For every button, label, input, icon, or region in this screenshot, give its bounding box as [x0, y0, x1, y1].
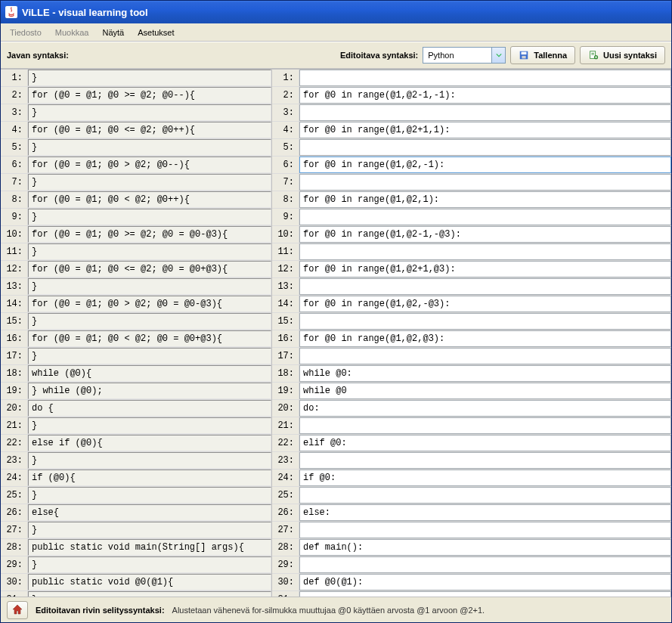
menu-muokkaa[interactable]: Muokkaa — [49, 26, 95, 39]
editable-syntax-input[interactable] — [299, 278, 671, 295]
editable-syntax-input[interactable] — [299, 139, 671, 156]
editable-syntax-input[interactable] — [299, 87, 671, 104]
editable-syntax-row: 3: — [272, 104, 671, 122]
editable-syntax-input[interactable] — [299, 191, 671, 208]
editable-syntax-input[interactable] — [299, 435, 671, 451]
java-syntax-row: 3:} — [1, 104, 271, 122]
menu-nayta[interactable]: Näytä — [96, 26, 130, 39]
line-number: 30: — [1, 574, 28, 590]
java-syntax-row: 11:} — [1, 243, 271, 261]
toolbar-right-group: Editoitava syntaksi: Python Tallenna Uus… — [340, 46, 665, 64]
editable-syntax-row: 19: — [272, 383, 671, 400]
editable-syntax-input[interactable] — [299, 539, 671, 556]
java-syntax-cell: for (@0 = @1; @0 < @2; @0 = @0+@3){ — [28, 330, 271, 347]
java-syntax-row: 22:else if (@0){ — [1, 435, 271, 452]
java-syntax-pane: 1:}2:for (@0 = @1; @0 >= @2; @0--){3:}4:… — [1, 70, 272, 597]
editable-syntax-row: 13: — [272, 278, 671, 296]
save-icon — [519, 50, 529, 60]
editable-syntax-input[interactable] — [299, 209, 671, 225]
editable-syntax-row: 6: — [272, 157, 671, 174]
java-syntax-row: 26:else{ — [1, 504, 271, 522]
editable-syntax-row: 27: — [272, 522, 671, 539]
java-syntax-cell: } — [28, 174, 271, 191]
line-number: 13: — [1, 278, 28, 295]
line-number: 31: — [1, 591, 28, 597]
editable-syntax-row: 31: — [272, 591, 671, 597]
line-number: 14: — [272, 296, 299, 312]
line-number: 19: — [272, 383, 299, 399]
java-syntax-row: 1:} — [1, 70, 271, 87]
save-button[interactable]: Tallenna — [510, 46, 575, 64]
editable-syntax-row: 11: — [272, 243, 671, 261]
line-number: 24: — [272, 470, 299, 486]
editable-syntax-input[interactable] — [299, 261, 671, 277]
editable-syntax-input[interactable] — [299, 174, 671, 191]
line-number: 11: — [272, 243, 299, 260]
editable-syntax-input[interactable] — [299, 487, 671, 504]
editable-syntax-input[interactable] — [299, 574, 671, 590]
line-number: 26: — [1, 504, 28, 521]
syntax-select[interactable]: Python — [423, 47, 506, 64]
editable-syntax-input[interactable] — [299, 122, 671, 138]
editable-syntax-input[interactable] — [299, 313, 671, 330]
line-number: 27: — [1, 522, 28, 538]
editable-syntax-input[interactable] — [299, 452, 671, 469]
editable-syntax-input[interactable] — [299, 157, 671, 173]
line-number: 25: — [1, 487, 28, 504]
java-syntax-cell: } — [28, 591, 271, 597]
editable-syntax-input[interactable] — [299, 226, 671, 243]
line-number: 30: — [272, 574, 299, 590]
editable-syntax-input[interactable] — [299, 504, 671, 521]
editable-syntax-row: 1: — [272, 70, 671, 87]
editable-syntax-input[interactable] — [299, 556, 671, 573]
editable-syntax-input[interactable] — [299, 70, 671, 86]
editable-syntax-input[interactable] — [299, 296, 671, 312]
java-syntax-row: 4:for (@0 = @1; @0 <= @2; @0++){ — [1, 122, 271, 139]
editable-syntax-row: 24: — [272, 470, 671, 487]
line-number: 19: — [1, 383, 28, 399]
editable-syntax-row: 9: — [272, 209, 671, 226]
editable-syntax-input[interactable] — [299, 383, 671, 399]
editable-syntax-row: 21: — [272, 417, 671, 435]
line-number: 4: — [272, 122, 299, 138]
menu-tiedosto[interactable]: Tiedosto — [4, 26, 48, 39]
java-syntax-row: 10:for (@0 = @1; @0 >= @2; @0 = @0-@3){ — [1, 226, 271, 243]
editable-syntax-input[interactable] — [299, 591, 671, 597]
line-number: 16: — [1, 330, 28, 347]
editable-syntax-input[interactable] — [299, 330, 671, 347]
editable-syntax-row: 23: — [272, 452, 671, 470]
editable-syntax-row: 30: — [272, 574, 671, 591]
java-syntax-cell: for (@0 = @1; @0 > @2; @0 = @0-@3){ — [28, 296, 271, 312]
line-number: 28: — [1, 539, 28, 556]
editable-syntax-input[interactable] — [299, 400, 671, 417]
line-number: 7: — [1, 174, 28, 191]
line-number: 27: — [272, 522, 299, 538]
line-number: 20: — [1, 400, 28, 417]
java-syntax-cell: } — [28, 278, 271, 295]
line-number: 11: — [1, 243, 28, 260]
java-syntax-row: 18:while (@0){ — [1, 365, 271, 383]
editable-syntax-input[interactable] — [299, 417, 671, 434]
editable-syntax-input[interactable] — [299, 243, 671, 260]
java-syntax-cell: public static void @0(@1){ — [28, 574, 271, 590]
editable-syntax-input[interactable] — [299, 365, 671, 382]
syntax-select-value: Python — [423, 51, 491, 60]
menubar: Tiedosto Muokkaa Näytä Asetukset — [1, 23, 671, 42]
window-title: ViLLE - visual learning tool — [22, 7, 148, 18]
line-number: 31: — [272, 591, 299, 597]
java-syntax-row: 23:} — [1, 452, 271, 470]
line-number: 3: — [272, 104, 299, 121]
editable-syntax-input[interactable] — [299, 348, 671, 364]
new-syntax-button[interactable]: Uusi syntaksi — [580, 46, 665, 64]
editable-syntax-input[interactable] — [299, 104, 671, 121]
line-number: 21: — [272, 417, 299, 434]
java-icon — [5, 6, 17, 18]
home-button[interactable] — [7, 601, 28, 619]
java-syntax-row: 21:} — [1, 417, 271, 435]
editable-syntax-input[interactable] — [299, 522, 671, 538]
svg-rect-1 — [522, 52, 527, 55]
svg-rect-2 — [522, 56, 526, 59]
menu-asetukset[interactable]: Asetukset — [132, 26, 180, 39]
line-number: 15: — [1, 313, 28, 330]
editable-syntax-input[interactable] — [299, 470, 671, 486]
